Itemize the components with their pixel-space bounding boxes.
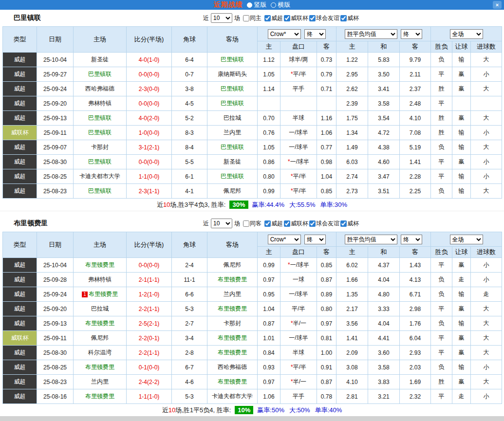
goals-result-cell: 大	[471, 53, 502, 67]
scope-select[interactable]: 全场	[450, 235, 483, 244]
euro-away-odds-cell: 4.13	[400, 273, 431, 287]
title-bar: 近期战绩 竖版 横版 ×	[0, 0, 504, 10]
home-team-cell: 巴里镇联	[74, 184, 127, 199]
score-cell: 0-0(0-0)	[127, 67, 172, 82]
goals-result-cell: 小	[471, 273, 502, 287]
score-cell: 4-0(2-0)	[127, 111, 172, 126]
handicap-result-cell: 赢	[452, 331, 471, 346]
match-row: 威超25-09-13布里顿费里2-5(2-1)2-7卡那封0.87*半/一0.9…	[3, 316, 502, 331]
euro-away-odds-cell: 2.32	[400, 389, 431, 404]
asian-odds-time-select[interactable]: 终	[304, 235, 326, 244]
league-filter-checkbox[interactable]: 威超	[263, 220, 283, 228]
league-checkbox[interactable]	[309, 15, 316, 21]
league-filter-checkbox[interactable]: 威超	[263, 14, 283, 22]
league-filter-checkbox[interactable]: 威杯	[339, 14, 359, 22]
home-team-cell: 弗林特镇	[74, 96, 127, 111]
euro-odds-time-select[interactable]: 终	[401, 235, 422, 244]
matches-table: 类型 日期 主场 比分(半场) 角球 客场 Crow* 终 胜平负均值 终	[2, 232, 502, 404]
competition-cell: 威超	[3, 258, 37, 273]
team-name: 巴里镇联	[14, 14, 41, 22]
same-venue-checkbox[interactable]: 同客	[242, 220, 261, 228]
handicap-result-cell	[452, 96, 471, 111]
euro-avg-select[interactable]: 胜平负均值	[345, 29, 397, 39]
asian-away-odds-cell: 0.89	[317, 287, 336, 302]
column-header-away: 客场	[207, 232, 258, 258]
bookmaker-select[interactable]: Crow*	[268, 29, 301, 39]
same-venue-box[interactable]	[243, 15, 249, 21]
asian-home-odds-cell	[258, 96, 280, 111]
competition-cell: 威超	[3, 82, 37, 96]
corners-cell: 5-2	[172, 111, 207, 126]
euro-home-odds-cell: 2.74	[336, 169, 368, 184]
league-checkbox[interactable]	[284, 15, 290, 21]
goals-result-cell: 大	[471, 302, 502, 316]
goals-result-cell: 大	[471, 140, 502, 155]
league-checkbox[interactable]	[309, 220, 316, 227]
asian-home-odds-cell: 1.14	[258, 82, 280, 96]
league-filter-checkbox[interactable]: 威杯	[339, 220, 359, 228]
league-checkbox[interactable]	[340, 220, 347, 227]
match-count-select[interactable]: 10	[211, 219, 232, 228]
score-cell: 2-2(1-1)	[127, 346, 172, 360]
euro-away-odds-cell: 1.43	[400, 258, 431, 273]
competition-cell: 威超	[3, 53, 37, 67]
away-team-cell: 卡迪夫都市大学	[207, 389, 258, 404]
euro-draw-odds-cell: 3.47	[368, 169, 400, 184]
same-venue-checkbox[interactable]: 同主	[242, 14, 261, 22]
asian-home-odds-cell: 0.70	[258, 111, 280, 126]
match-count-select[interactable]: 10	[211, 13, 232, 23]
column-header-score: 比分(半场)	[127, 27, 172, 53]
away-team-cell: 布里顿费里	[207, 331, 258, 346]
handicap-cell: 平/半	[280, 302, 317, 316]
section-header: 巴里镇联 近 10 场 同主 威超威联杯球会友谊威杯	[0, 10, 504, 26]
league-filter-checkbox[interactable]: 威联杯	[283, 220, 308, 228]
handicap-result-cell: 赢	[452, 346, 471, 360]
summary-stat: 赢率:44.4%	[252, 201, 284, 209]
subheader-euro-away: 客	[400, 41, 431, 53]
home-team-cell: 布里顿费里	[74, 258, 127, 273]
layout-horizontal-radio[interactable]: 横版	[271, 0, 291, 9]
league-filter-checkbox[interactable]: 球会友谊	[308, 220, 339, 228]
goals-result-cell: 大	[471, 111, 502, 126]
home-team-cell: 西哈弗福德	[74, 82, 127, 96]
handicap-result-cell: 赢	[452, 111, 471, 126]
corners-cell: 6-6	[172, 287, 207, 302]
league-checkbox[interactable]	[340, 15, 347, 21]
euro-away-odds-cell: 2.25	[400, 184, 431, 199]
corners-cell: 3-8	[172, 82, 207, 96]
horizontal-scrollbar[interactable]	[0, 416, 504, 421]
league-filter-checkbox[interactable]: 球会友谊	[308, 14, 339, 22]
date-cell: 25-08-30	[37, 155, 74, 169]
league-checkbox[interactable]	[264, 220, 271, 227]
league-checkbox[interactable]	[264, 15, 271, 21]
subheader-euro-away: 客	[400, 247, 431, 258]
date-cell: 25-09-20	[37, 302, 74, 316]
euro-odds-time-select[interactable]: 终	[401, 29, 422, 39]
euro-home-odds-cell: 1.22	[336, 53, 368, 67]
handicap-cell	[280, 96, 317, 111]
bookmaker-select[interactable]: Crow*	[268, 235, 301, 244]
euro-away-odds-cell: 2.11	[400, 67, 431, 82]
home-team-cell: 弗林特镇	[74, 273, 127, 287]
column-header-type: 类型	[3, 232, 37, 258]
result-cell: 负	[431, 140, 452, 155]
away-team-cell: 兰内里	[207, 126, 258, 140]
league-label: 球会友谊	[316, 220, 339, 228]
radio-selected-icon	[247, 2, 252, 8]
match-row: 威超25-10-04布里顿费里0-0(0-0)2-4佩尼邦0.99*一/球半0.…	[3, 258, 502, 273]
euro-avg-select[interactable]: 胜平负均值	[345, 235, 397, 244]
away-team-cell: 巴里镇联	[207, 96, 258, 111]
panel-title: 近期战绩	[214, 0, 243, 9]
competition-cell: 威超	[3, 316, 37, 331]
handicap-cell: 一/球半	[280, 126, 317, 140]
date-cell: 25-09-24	[37, 82, 74, 96]
scope-select[interactable]: 全场	[450, 29, 483, 39]
asian-odds-time-select[interactable]: 终	[304, 29, 326, 39]
league-checkbox[interactable]	[284, 220, 290, 227]
same-venue-box[interactable]	[243, 220, 249, 227]
layout-vertical-radio[interactable]: 竖版	[247, 0, 267, 9]
close-button[interactable]: ×	[493, 1, 502, 9]
score-cell: 1-2(1-0)	[127, 287, 172, 302]
league-filter-checkbox[interactable]: 威联杯	[283, 14, 308, 22]
goals-result-cell: 小	[471, 389, 502, 404]
